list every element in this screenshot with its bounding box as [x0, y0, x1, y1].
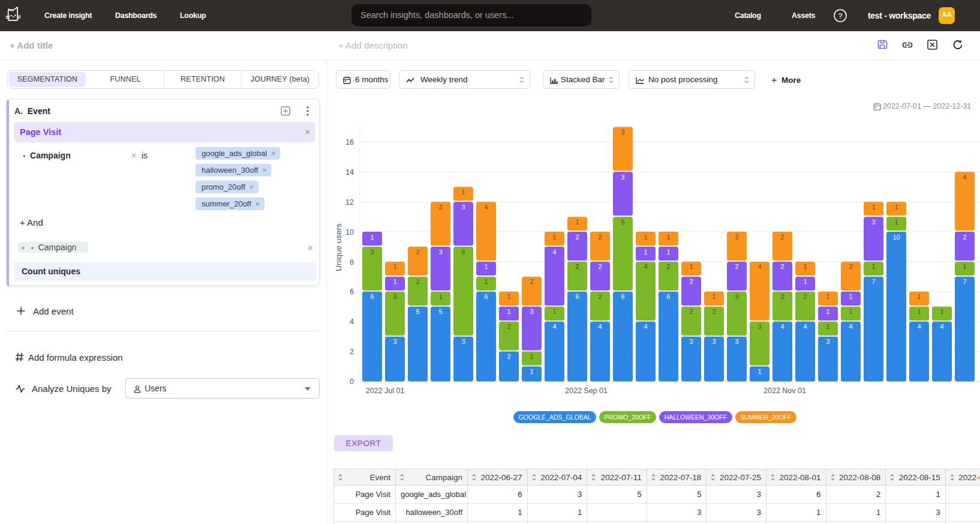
svg-text:3: 3	[621, 173, 624, 181]
svg-text:2: 2	[416, 278, 419, 285]
svg-text:3: 3	[461, 338, 465, 345]
svg-text:12: 12	[345, 198, 354, 206]
svg-text:2: 2	[598, 233, 602, 241]
svg-text:4: 4	[849, 323, 852, 330]
svg-text:1: 1	[894, 203, 898, 211]
svg-text:1: 1	[963, 263, 966, 270]
svg-text:1: 1	[803, 278, 807, 285]
svg-text:2: 2	[507, 323, 510, 330]
svg-text:2: 2	[780, 233, 784, 241]
svg-text:6: 6	[461, 248, 465, 256]
svg-text:2: 2	[575, 233, 579, 241]
svg-text:3: 3	[826, 338, 829, 345]
svg-text:2: 2	[735, 263, 738, 270]
svg-text:1: 1	[757, 368, 761, 375]
svg-text:4: 4	[963, 173, 966, 181]
svg-text:1: 1	[393, 278, 396, 285]
svg-text:1: 1	[438, 293, 442, 300]
svg-text:2022 Sep 01: 2022 Sep 01	[565, 387, 608, 395]
svg-text:3: 3	[689, 338, 693, 345]
svg-text:4: 4	[350, 318, 354, 326]
svg-text:7: 7	[871, 278, 875, 285]
svg-text:1: 1	[917, 308, 921, 315]
svg-text:2: 2	[712, 308, 716, 315]
svg-text:1: 1	[894, 218, 898, 226]
svg-text:4: 4	[644, 323, 647, 330]
svg-text:3: 3	[393, 338, 396, 345]
svg-text:7: 7	[963, 278, 966, 285]
svg-text:2: 2	[530, 278, 533, 285]
svg-text:3: 3	[735, 293, 738, 300]
svg-text:4: 4	[644, 263, 647, 270]
svg-text:3: 3	[438, 203, 442, 211]
svg-text:1: 1	[552, 308, 556, 315]
svg-text:5: 5	[416, 308, 419, 315]
svg-text:1: 1	[849, 293, 852, 300]
svg-text:3: 3	[735, 338, 738, 345]
svg-text:1: 1	[666, 233, 670, 241]
svg-text:2: 2	[598, 263, 602, 270]
svg-text:2: 2	[350, 348, 354, 356]
svg-text:?: ?	[838, 12, 843, 20]
svg-text:2: 2	[416, 248, 419, 256]
svg-text:1: 1	[871, 263, 875, 270]
svg-text:2: 2	[780, 263, 784, 270]
svg-text:5: 5	[438, 308, 442, 315]
svg-text:1: 1	[803, 263, 807, 270]
svg-text:2: 2	[689, 278, 693, 285]
svg-text:6: 6	[484, 293, 488, 300]
svg-text:1: 1	[689, 263, 693, 270]
svg-text:4: 4	[552, 323, 556, 330]
svg-text:14: 14	[345, 168, 354, 176]
svg-text:1: 1	[917, 293, 921, 300]
svg-text:3: 3	[438, 248, 442, 256]
svg-text:10: 10	[345, 228, 354, 236]
svg-text:1: 1	[370, 233, 374, 241]
svg-text:1: 1	[530, 368, 533, 375]
svg-text:2: 2	[803, 293, 807, 300]
svg-text:1: 1	[552, 233, 556, 241]
svg-text:1: 1	[530, 353, 533, 360]
svg-text:2: 2	[963, 233, 966, 241]
svg-text:3: 3	[461, 203, 465, 211]
svg-text:1: 1	[644, 248, 647, 256]
svg-text:2: 2	[507, 353, 510, 360]
svg-text:2: 2	[689, 308, 693, 315]
svg-text:6: 6	[575, 293, 579, 300]
svg-text:8: 8	[350, 258, 354, 267]
svg-text:2: 2	[598, 293, 602, 300]
svg-text:3: 3	[871, 218, 875, 226]
svg-text:6: 6	[621, 293, 624, 300]
svg-text:1: 1	[644, 233, 647, 241]
svg-text:6: 6	[370, 293, 374, 300]
svg-text:2: 2	[735, 233, 738, 241]
svg-text:1: 1	[826, 323, 829, 330]
svg-text:4: 4	[484, 203, 488, 211]
svg-text:3: 3	[530, 308, 533, 315]
svg-text:4: 4	[552, 248, 556, 256]
svg-text:4: 4	[917, 323, 921, 330]
svg-text:16: 16	[345, 138, 354, 146]
svg-text:4: 4	[780, 323, 784, 330]
svg-text:5: 5	[621, 218, 624, 226]
svg-text:1: 1	[666, 248, 670, 256]
svg-text:1: 1	[507, 293, 510, 300]
svg-text:3: 3	[393, 293, 396, 300]
svg-text:1: 1	[507, 308, 510, 315]
svg-text:4: 4	[940, 323, 943, 330]
svg-text:1: 1	[575, 218, 579, 226]
svg-text:3: 3	[370, 248, 374, 256]
svg-text:4: 4	[598, 323, 602, 330]
svg-text:3: 3	[621, 128, 624, 136]
svg-text:1: 1	[393, 263, 396, 270]
svg-text:1: 1	[940, 308, 943, 315]
svg-text:2: 2	[575, 263, 579, 270]
svg-text:1: 1	[826, 293, 829, 300]
svg-text:Unique users: Unique users	[334, 223, 343, 271]
svg-text:1: 1	[871, 203, 875, 211]
svg-text:1: 1	[712, 293, 716, 300]
svg-text:10: 10	[892, 233, 900, 241]
svg-text:6: 6	[666, 293, 670, 300]
svg-text:2: 2	[666, 263, 670, 270]
svg-text:4: 4	[757, 263, 761, 270]
